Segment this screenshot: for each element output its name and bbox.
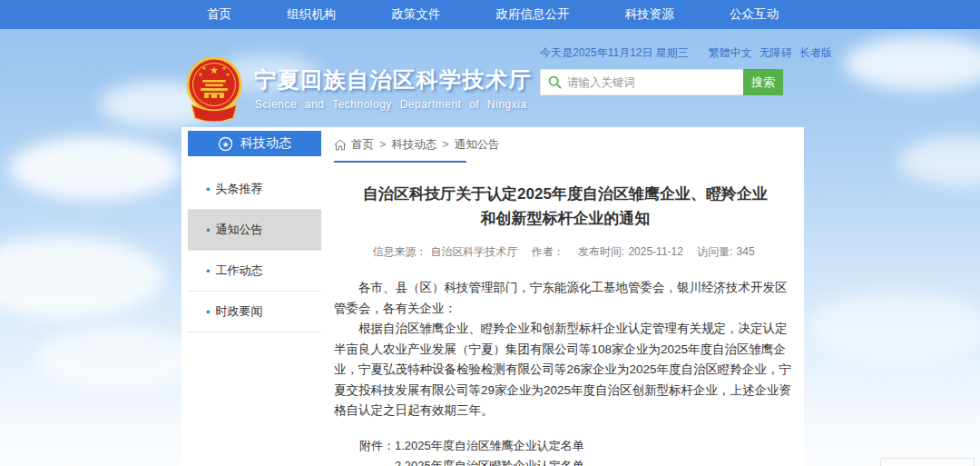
breadcrumb-underline [334, 161, 466, 163]
home-icon [334, 139, 347, 151]
bullet-icon: • [206, 264, 211, 278]
nav-item-home[interactable]: 首页 [198, 0, 240, 29]
sidebar: ★ 科技动态 • 头条推荐 • 通知公告 • 工作动态 • 时政要闻 [188, 131, 321, 332]
floating-widget-partial[interactable] [880, 458, 975, 466]
attachments-section: 附件： 1.2025年度自治区雏鹰企业认定名单 2.2025年度自治区瞪羚企业认… [334, 436, 797, 466]
bullet-icon: • [206, 305, 211, 319]
meta-source: 自治区科学技术厅 [430, 245, 517, 258]
svg-text:★: ★ [202, 65, 207, 71]
breadcrumb-home[interactable]: 首页 [351, 137, 374, 153]
top-navigation-bar: 首页 组织机构 政策文件 政府信息公开 科技资源 公众互动 [0, 0, 980, 29]
bullet-icon: • [206, 223, 211, 237]
meta-source-label: 信息来源： [372, 245, 426, 258]
cloud-decor [898, 136, 980, 186]
svg-text:★: ★ [226, 72, 230, 77]
article-paragraph: 根据自治区雏鹰企业、瞪羚企业和创新型标杆企业认定管理有关规定，决定认定半亩良人农… [334, 319, 797, 421]
svg-text:★: ★ [210, 64, 219, 75]
header-utility-row: 今天是2025年11月12日 星期三 繁體中文 无障碍 长者版 [540, 45, 794, 61]
article-title-line2: 和创新型标杆企业的通知 [334, 206, 797, 231]
nav-item-policy-documents[interactable]: 政策文件 [382, 0, 449, 29]
article-meta: 信息来源：自治区科学技术厅 作者： 发布时间:2025-11-12 访问量:34… [334, 244, 797, 260]
sidebar-item-work-updates[interactable]: • 工作动态 [188, 251, 321, 292]
sidebar-title: 科技动态 [240, 135, 291, 152]
site-subtitle-english: Science and Technology Department of Nin… [255, 98, 527, 111]
cloud-decor [36, 327, 200, 391]
meta-visits-label: 访问量: [697, 245, 732, 258]
nav-item-sci-tech-resources[interactable]: 科技资源 [616, 0, 683, 29]
attachment-link-1[interactable]: 1.2025年度自治区雏鹰企业认定名单 [395, 436, 620, 456]
sidebar-item-headline-recommend[interactable]: • 头条推荐 [188, 169, 321, 210]
nav-item-organization[interactable]: 组织机构 [278, 0, 345, 29]
search-icon [548, 75, 562, 89]
national-emblem-logo[interactable]: ★ ★ ★ ★ ★ [182, 55, 246, 122]
search-input[interactable] [567, 76, 736, 89]
search-bar: 搜索 [540, 69, 783, 95]
current-date: 今天是2025年11月12日 星期三 [540, 45, 689, 61]
nav-item-gov-info-disclosure[interactable]: 政府信息公开 [487, 0, 579, 29]
traditional-chinese-link[interactable]: 繁體中文 [709, 45, 752, 61]
attachments-label: 附件： [359, 436, 395, 466]
meta-visits: 345 [737, 245, 755, 258]
article-title-line1: 自治区科技厅关于认定2025年度自治区雏鹰企业、瞪羚企业 [334, 182, 797, 206]
bullet-icon: • [206, 183, 211, 196]
breadcrumb: 首页 > 科技动态 > 通知公告 [334, 136, 797, 153]
sidebar-item-current-politics[interactable]: • 时政要闻 [188, 292, 321, 332]
site-header: ★ ★ ★ ★ ★ 宁夏回族自治区科学技术厅 Science and Techn… [0, 29, 980, 127]
svg-text:★: ★ [199, 72, 203, 77]
meta-author-label: 作者： [532, 245, 564, 258]
svg-text:★: ★ [221, 140, 229, 149]
sidebar-header-sci-tech-news[interactable]: ★ 科技动态 [188, 131, 321, 156]
cloud-decor [9, 136, 181, 200]
article-title: 自治区科技厅关于认定2025年度自治区雏鹰企业、瞪羚企业 和创新型标杆企业的通知 [334, 182, 797, 231]
attachment-link-2[interactable]: 2.2025年度自治区瞪羚企业认定名单 [395, 456, 620, 466]
search-button[interactable]: 搜索 [743, 69, 783, 95]
breadcrumb-notices[interactable]: 通知公告 [455, 137, 500, 153]
meta-publish-date: 2025-11-12 [628, 245, 683, 258]
svg-text:★: ★ [222, 65, 227, 71]
article-body: 各市、县（区）科技管理部门，宁东能源化工基地管委会，银川经济技术开发区管委会，各… [334, 278, 797, 421]
cloud-decor [808, 291, 980, 363]
accessibility-link[interactable]: 无障碍 [760, 45, 792, 61]
star-circle-icon: ★ [218, 136, 233, 152]
cloud-decor [0, 236, 163, 318]
content-container: ★ 科技动态 • 头条推荐 • 通知公告 • 工作动态 • 时政要闻 [181, 127, 804, 466]
national-emblem-icon: ★ ★ ★ ★ ★ [182, 55, 246, 122]
breadcrumb-sci-tech-news[interactable]: 科技动态 [391, 137, 436, 153]
elderly-version-link[interactable]: 长者版 [799, 45, 832, 61]
nav-item-public-interaction[interactable]: 公众互动 [720, 0, 788, 29]
site-title: 宁夏回族自治区科学技术厅 [254, 65, 532, 94]
sidebar-item-notices-active[interactable]: • 通知公告 [188, 210, 321, 251]
meta-publish-label: 发布时间: [578, 245, 624, 258]
article-paragraph: 各市、县（区）科技管理部门，宁东能源化工基地管委会，银川经济技术开发区管委会，各… [334, 278, 797, 319]
main-article-area: 首页 > 科技动态 > 通知公告 自治区科技厅关于认定2025年度自治区雏鹰企业… [327, 127, 804, 466]
